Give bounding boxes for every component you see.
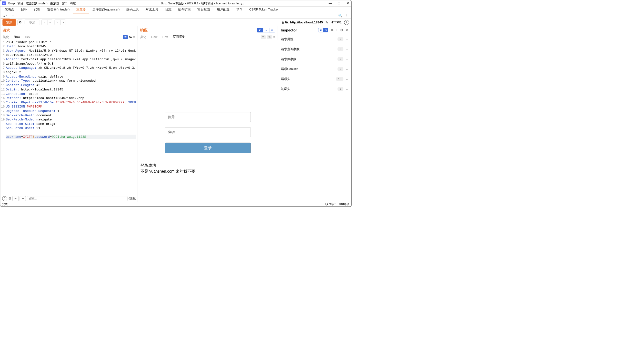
- password-field[interactable]: [165, 127, 251, 137]
- maximize-icon[interactable]: ☐: [337, 1, 341, 5]
- request-tab-hex[interactable]: Hex: [25, 34, 30, 40]
- insp-layout-1-icon[interactable]: ◧: [318, 28, 323, 32]
- divide-icon[interactable]: ÷: [336, 28, 338, 32]
- add-tab-icon[interactable]: +: [12, 14, 14, 18]
- top-tab-logger[interactable]: 日志: [162, 6, 175, 14]
- prev-match-icon[interactable]: ←: [13, 196, 18, 201]
- inspector-title: Inspector: [281, 28, 297, 32]
- actions-badge[interactable]: ☰: [123, 35, 128, 39]
- inspector-row-label: 请求体参数: [281, 57, 337, 61]
- request-tab-pretty[interactable]: 美化: [3, 34, 9, 40]
- chevron-down-icon: ⌄: [346, 48, 348, 51]
- search-icon[interactable]: 🔍: [338, 14, 342, 18]
- inspector-row[interactable]: 响应头7⌄: [278, 84, 351, 94]
- response-tab-render[interactable]: 页面渲染: [173, 34, 185, 41]
- edit-target-icon[interactable]: ✎: [325, 20, 328, 24]
- http-version: HTTP/1: [331, 20, 342, 24]
- newline-icon-2[interactable]: \n: [267, 35, 272, 39]
- repeater-tab-1[interactable]: 1 ×: [1, 13, 10, 18]
- top-tabs: 仪表盘 目标 代理 攻击器(Intruder) 重放器 定序器(Sequence…: [0, 6, 351, 13]
- top-tab-sequencer[interactable]: 定序器(Sequencer): [89, 6, 123, 14]
- close-inspector-icon[interactable]: ✕: [346, 28, 349, 32]
- gear-icon-3[interactable]: ⚙: [340, 28, 343, 32]
- top-tab-csrf[interactable]: CSRF Token Tracker: [246, 6, 282, 13]
- status-left: 完成: [2, 202, 8, 206]
- insp-layout-2-icon[interactable]: ◨: [323, 28, 328, 32]
- top-tab-intruder[interactable]: 攻击器(Intruder): [44, 6, 73, 14]
- close-tab-icon[interactable]: ×: [6, 14, 8, 17]
- app-icon: [2, 1, 6, 5]
- response-tab-pretty[interactable]: 美化: [140, 34, 146, 40]
- inspector-row[interactable]: 请求体参数2⌄: [278, 54, 351, 64]
- inspector-row[interactable]: 请求Cookies2⌄: [278, 64, 351, 74]
- top-tab-user-options[interactable]: 用户配置: [213, 6, 233, 14]
- layout-stack-icon[interactable]: ▤: [269, 28, 275, 32]
- request-footer: ? ⚙ ← → 0匹配: [0, 195, 138, 202]
- back-group: < ▾: [42, 19, 53, 25]
- top-tab-target[interactable]: 目标: [17, 6, 30, 14]
- back-dropdown-icon[interactable]: ▾: [47, 20, 53, 25]
- msg-line-2: 不是 yuanshen.com 来的我不要: [141, 168, 195, 174]
- inspector-row[interactable]: 请求属性2⌄: [278, 34, 351, 44]
- match-count: 0匹配: [128, 197, 136, 200]
- username-field[interactable]: [165, 112, 251, 122]
- top-tab-proxy[interactable]: 代理: [31, 6, 44, 14]
- newline-icon[interactable]: \n: [129, 35, 132, 39]
- send-button[interactable]: 发送: [2, 19, 16, 26]
- top-tab-project-options[interactable]: 项目配置: [194, 6, 214, 14]
- menu-window[interactable]: 窗口: [62, 1, 68, 5]
- inspector-row-count: 0: [338, 47, 343, 51]
- help-circle-icon[interactable]: ?: [2, 196, 7, 201]
- inspector-row-count: 16: [336, 77, 343, 81]
- response-tab-hex[interactable]: Hex: [162, 34, 168, 40]
- forward-icon[interactable]: >: [55, 20, 60, 25]
- top-tab-dashboard[interactable]: 仪表盘: [1, 6, 17, 14]
- login-button[interactable]: 登录: [165, 143, 251, 153]
- menu-burp[interactable]: Burp: [8, 1, 15, 5]
- inspector-row[interactable]: 请求查询参数0⌄: [278, 44, 351, 54]
- hamburger-icon-2[interactable]: ≡: [273, 35, 275, 39]
- layout-list-icon[interactable]: ≡: [263, 28, 269, 32]
- expand-icon[interactable]: ⇅: [331, 28, 333, 32]
- menu-intruder[interactable]: 攻击器(Intruder): [26, 1, 48, 5]
- response-panel: 响应 ◧ ≡ ▤ 美化 Raw Hex 页面渲染 ☰ \n ≡: [138, 26, 278, 202]
- back-icon[interactable]: <: [42, 20, 47, 25]
- rendered-page: 登录 登录成功！ 不是 yuanshen.com 来的我不要: [138, 40, 278, 202]
- layout-split-icon[interactable]: ◧: [257, 28, 263, 32]
- search-input[interactable]: [27, 196, 127, 201]
- close-icon[interactable]: ✕: [346, 1, 350, 5]
- gear-icon-2[interactable]: ⚙: [8, 196, 11, 200]
- gear-icon[interactable]: ⚙: [17, 19, 23, 25]
- minimize-icon[interactable]: —: [328, 1, 332, 5]
- menu-project[interactable]: 项目: [17, 1, 23, 5]
- menu-help[interactable]: 帮助: [70, 1, 76, 5]
- inspector-row[interactable]: 请求头16⌄: [278, 74, 351, 84]
- forward-group: > ▾: [55, 19, 66, 25]
- top-tab-repeater[interactable]: 重放器: [73, 6, 89, 14]
- inspector-panel: Inspector ◧ ◨ ⇅ ÷ ⚙ ✕ 请求属性2⌄请求查询参数0⌄请求体参…: [278, 26, 351, 202]
- menu-repeater[interactable]: 重放器: [50, 1, 59, 5]
- main-split: 请求 美化 Raw Hex ☰ \n ≡ 1234567891011121314…: [0, 26, 351, 202]
- help-icon[interactable]: ?: [344, 20, 349, 25]
- top-tab-learn[interactable]: 学习: [233, 6, 246, 14]
- status-right: 1,471字节 | 310毫秒: [324, 202, 349, 206]
- top-tab-decoder[interactable]: 编码工具: [123, 6, 142, 14]
- actions-badge-2[interactable]: ☰: [261, 35, 266, 39]
- inspector-row-count: 2: [338, 57, 343, 61]
- response-tab-raw[interactable]: Raw: [151, 34, 157, 40]
- status-bar: 完成 1,471字节 | 310毫秒: [0, 202, 351, 207]
- layout-toggle: ◧ ≡ ▤: [257, 28, 275, 32]
- response-title: 响应: [140, 28, 148, 33]
- next-match-icon[interactable]: →: [20, 196, 26, 201]
- more-vertical-icon[interactable]: ⋮: [345, 14, 349, 18]
- request-tab-raw[interactable]: Raw: [14, 34, 20, 40]
- inspector-row-label: 请求查询参数: [281, 47, 337, 51]
- inspector-row-label: 请求属性: [281, 37, 337, 41]
- top-tab-comparer[interactable]: 对比工具: [142, 6, 162, 14]
- hamburger-icon[interactable]: ≡: [133, 35, 135, 39]
- cancel-button[interactable]: 取消: [25, 19, 40, 25]
- msg-line-1: 登录成功！: [141, 163, 195, 168]
- top-tab-extender[interactable]: 插件扩展: [175, 6, 194, 14]
- request-editor[interactable]: 12345678910111213141516171819 POST /inde…: [0, 40, 138, 195]
- forward-dropdown-icon[interactable]: ▾: [60, 20, 66, 25]
